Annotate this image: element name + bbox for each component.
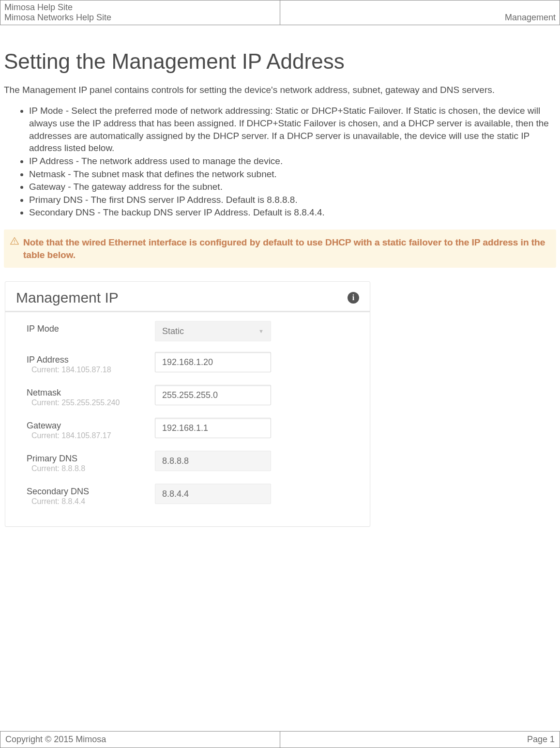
definition-list: IP Mode - Select the preferred mode of n… bbox=[4, 105, 556, 219]
row-ip-mode: IP Mode Static ▼ bbox=[27, 321, 353, 341]
current-netmask: Current: 255.255.255.240 bbox=[31, 398, 155, 407]
warning-icon bbox=[10, 236, 19, 246]
row-ip-address: IP Address Current: 184.105.87.18 bbox=[27, 352, 353, 374]
row-secondary-dns: Secondary DNS Current: 8.8.4.4 bbox=[27, 484, 353, 506]
panel-title: Management IP bbox=[16, 290, 119, 306]
header-left: Mimosa Help Site Mimosa Networks Help Si… bbox=[0, 0, 280, 25]
gateway-input[interactable] bbox=[155, 418, 271, 438]
section-label: Management bbox=[505, 13, 556, 23]
list-item: IP Mode - Select the preferred mode of n… bbox=[29, 105, 556, 154]
ip-address-input[interactable] bbox=[155, 352, 271, 372]
page-number: Page 1 bbox=[280, 732, 560, 748]
list-item: Gateway - The gateway address for the su… bbox=[29, 181, 556, 193]
row-netmask: Netmask Current: 255.255.255.240 bbox=[27, 385, 353, 407]
list-item: Secondary DNS - The backup DNS server IP… bbox=[29, 206, 556, 219]
chevron-down-icon: ▼ bbox=[258, 328, 264, 334]
header-right: Management bbox=[280, 0, 560, 25]
label-netmask: Netmask bbox=[27, 388, 155, 398]
secondary-dns-input[interactable] bbox=[155, 484, 271, 504]
copyright: Copyright © 2015 Mimosa bbox=[0, 732, 280, 748]
label-primary-dns: Primary DNS bbox=[27, 454, 155, 464]
note-callout: Note that the wired Ethernet interface i… bbox=[4, 229, 556, 268]
current-ip-address: Current: 184.105.87.18 bbox=[31, 366, 155, 374]
site-title-1: Mimosa Help Site bbox=[4, 2, 276, 13]
panel-header: Management IP i bbox=[5, 282, 370, 312]
current-secondary-dns: Current: 8.8.4.4 bbox=[31, 497, 155, 506]
note-text: Note that the wired Ethernet interface i… bbox=[23, 236, 548, 261]
label-secondary-dns: Secondary DNS bbox=[27, 487, 155, 497]
svg-point-1 bbox=[14, 243, 15, 244]
intro-paragraph: The Management IP panel contains control… bbox=[4, 82, 556, 98]
list-item: Primary DNS - The first DNS server IP Ad… bbox=[29, 194, 556, 206]
management-ip-panel: Management IP i IP Mode Static ▼ I bbox=[5, 281, 370, 527]
current-gateway: Current: 184.105.87.17 bbox=[31, 431, 155, 440]
info-icon[interactable]: i bbox=[348, 292, 359, 304]
list-item: Netmask - The subnet mask that defines t… bbox=[29, 168, 556, 181]
page-footer: Copyright © 2015 Mimosa Page 1 bbox=[0, 731, 560, 748]
current-primary-dns: Current: 8.8.8.8 bbox=[31, 464, 155, 473]
label-ip-address: IP Address bbox=[27, 355, 155, 365]
label-gateway: Gateway bbox=[27, 421, 155, 431]
page-title: Setting the Management IP Address bbox=[4, 49, 556, 74]
row-primary-dns: Primary DNS Current: 8.8.8.8 bbox=[27, 451, 353, 473]
netmask-input[interactable] bbox=[155, 385, 271, 405]
row-gateway: Gateway Current: 184.105.87.17 bbox=[27, 418, 353, 440]
ip-mode-select[interactable]: Static ▼ bbox=[155, 321, 271, 341]
site-title-2: Mimosa Networks Help Site bbox=[4, 13, 276, 23]
primary-dns-input[interactable] bbox=[155, 451, 271, 471]
page-header: Mimosa Help Site Mimosa Networks Help Si… bbox=[0, 0, 560, 25]
list-item: IP Address - The network address used to… bbox=[29, 155, 556, 168]
label-ip-mode: IP Mode bbox=[27, 324, 155, 334]
ip-mode-value: Static bbox=[162, 326, 184, 336]
